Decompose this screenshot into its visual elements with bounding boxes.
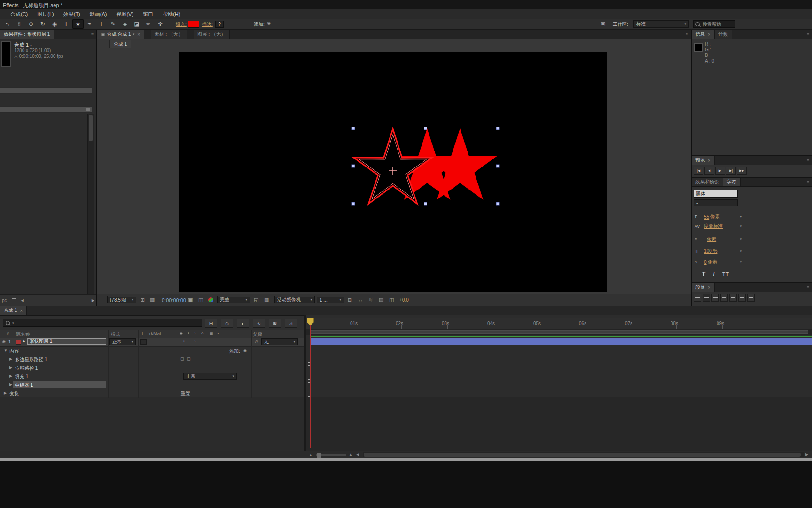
fill-color-swatch[interactable] [188, 21, 199, 28]
draft-3d-icon[interactable]: ◇ [221, 319, 233, 328]
all-caps-button[interactable]: TT [722, 271, 729, 277]
row-repeater[interactable]: ▶ 中继器 1 [0, 381, 306, 389]
clone-stamp-tool[interactable]: ◈ [119, 19, 131, 29]
horizontal-scrollbar-track[interactable] [363, 452, 804, 457]
trkmat-box[interactable] [140, 339, 147, 345]
timeline-zoom-slider[interactable] [316, 454, 346, 456]
disclosure-triangle-icon[interactable]: ▶ [4, 391, 7, 395]
panel-menu-icon[interactable]: ≡ [804, 283, 812, 292]
menu-help[interactable]: 帮助(H) [158, 11, 185, 18]
column-trkmat[interactable]: TrkMat [147, 331, 161, 336]
chevron-down-icon[interactable]: ▾ [740, 249, 742, 253]
close-icon[interactable]: × [20, 308, 23, 313]
justify-all-button[interactable] [747, 294, 755, 302]
bit-depth-label[interactable]: pc [2, 298, 7, 303]
ram-preview-button[interactable]: ▶▶ [737, 167, 747, 175]
help-search-input[interactable] [702, 21, 732, 27]
tab-preview[interactable]: 预览 × [692, 156, 715, 165]
column-parent[interactable]: 父级 [253, 331, 262, 338]
tab-timeline-comp[interactable]: 合成 1 × [0, 306, 27, 315]
comp-chip[interactable]: 合成 1 [109, 40, 131, 48]
selection-tool[interactable]: ↖ [2, 19, 13, 29]
row-fill-label[interactable]: 填充 1 [15, 373, 28, 380]
pen-tool[interactable]: ✒ [84, 19, 95, 29]
fill-blend-mode-dropdown[interactable]: 正常 ▾ [183, 373, 237, 380]
panel-menu-icon[interactable]: ≡ [804, 30, 812, 39]
chevron-down-icon[interactable]: ▾ [740, 238, 742, 241]
fast-preview-icon[interactable]: ≋ [368, 297, 373, 302]
disclosure-triangle-icon[interactable]: ▼ [4, 349, 8, 353]
mini-flowchart-icon[interactable]: ⊞ [205, 319, 217, 328]
tracking-row[interactable]: ≡ - 像素 ▾ [695, 236, 742, 243]
first-frame-button[interactable]: |◀ [694, 167, 703, 175]
scrollbar-thumb[interactable] [89, 115, 93, 141]
scroll-left-icon[interactable]: ◀ [356, 453, 359, 457]
scroll-left-icon[interactable]: ◀ [21, 299, 24, 302]
timeline-button-icon[interactable]: ▤ [379, 297, 383, 302]
pan-behind-tool[interactable]: ✛ [61, 19, 72, 29]
region-of-interest-icon[interactable]: ◱ [254, 297, 258, 302]
font-style-dropdown[interactable]: - [694, 199, 738, 206]
tab-info[interactable]: 信息 × [692, 30, 715, 39]
mask-visibility-icon[interactable]: ▦ [150, 297, 155, 302]
disclosure-triangle-icon[interactable]: ▶ [9, 374, 12, 378]
justify-last-left-button[interactable] [720, 294, 728, 302]
eye-icon[interactable]: ◉ [2, 340, 6, 344]
align-left-button[interactable] [694, 294, 701, 302]
scroll-right-icon[interactable]: ▶ [92, 299, 94, 302]
share-view-icon[interactable]: ⊞ [348, 297, 352, 302]
stroke-swatch[interactable]: ? [215, 21, 224, 28]
workspace-dropdown[interactable]: 标准 ▾ [633, 20, 689, 28]
toolbar-add-label[interactable]: 添加: [254, 21, 265, 28]
grid-guides-icon[interactable]: ⊞ [141, 297, 145, 302]
tab-composition-viewer[interactable]: ▣ 合成:合成 1 ▾ × [97, 30, 144, 39]
menu-window[interactable]: 窗口 [138, 11, 158, 18]
text-tool[interactable]: T [96, 19, 107, 29]
camera-tool[interactable]: ◉ [49, 19, 60, 29]
row-transform[interactable]: ▶ 变换 重置 [0, 389, 306, 398]
tab-audio[interactable]: 音频 [715, 30, 732, 39]
play-button[interactable]: ▶ [715, 167, 725, 175]
tracking-unit[interactable]: 像素 [707, 236, 716, 243]
align-center-button[interactable] [703, 294, 710, 302]
flowchart-icon[interactable]: ◫ [389, 297, 394, 302]
project-column-header[interactable] [0, 106, 92, 113]
panel-menu-icon[interactable]: ≡ [88, 30, 96, 39]
channels-icon[interactable] [208, 297, 213, 302]
quality-switch-icon[interactable]: \ [195, 340, 195, 343]
vertical-scale-value[interactable]: 100 % [704, 248, 717, 254]
layer-row[interactable]: ◉ 1 ★ 形状图层 1 正常 ▾ ✦ \ ◎ 无 ▾ [0, 338, 306, 347]
tab-effects-presets[interactable]: 效果和预设 [692, 178, 723, 186]
frame-blending-icon[interactable]: ∿ [253, 319, 265, 328]
exposure-value[interactable]: +0.0 [399, 297, 409, 302]
menu-layer[interactable]: 图层(L) [32, 11, 58, 18]
panel-menu-icon[interactable]: ≡ [804, 178, 812, 186]
justify-last-right-button[interactable] [738, 294, 746, 302]
font-size-value[interactable]: 55 [704, 214, 709, 220]
close-icon[interactable]: × [708, 158, 710, 163]
transform-reset-link[interactable]: 重置 [181, 390, 190, 397]
puppet-pin-tool[interactable]: ✜ [155, 19, 166, 29]
chevron-down-icon[interactable]: ▾ [133, 32, 135, 36]
menu-view[interactable]: 视图(V) [111, 11, 138, 18]
tab-footage-viewer[interactable]: 素材：（无） [151, 30, 187, 39]
toolbar-add-icon[interactable]: ◉ [267, 21, 271, 25]
layer-duration-bar[interactable] [310, 338, 812, 345]
zoom-tool[interactable]: ⊕ [25, 19, 37, 29]
star-shape-original[interactable] [353, 129, 432, 204]
add-shape-icon[interactable]: ◉ [243, 349, 247, 353]
disclosure-triangle-icon[interactable]: ▶ [9, 382, 12, 387]
panel-menu-icon[interactable]: ≡ [804, 156, 812, 165]
close-icon[interactable]: × [708, 32, 710, 37]
chevron-down-icon[interactable]: ▾ [740, 224, 742, 228]
parent-dropdown[interactable]: 无 ▾ [261, 338, 298, 345]
active-camera-dropdown[interactable]: 活动摄像机 ▾ [274, 296, 315, 303]
row-contents[interactable]: ▼ 内容 添加: ◉ [0, 347, 306, 356]
trash-icon[interactable] [12, 298, 16, 303]
path-direction-icon[interactable]: ◻ [187, 357, 190, 361]
shy-layers-icon[interactable]: ◐ [237, 319, 249, 328]
zoom-in-mountain-icon[interactable]: ▲ [349, 452, 353, 457]
roto-brush-tool[interactable]: ✏ [143, 19, 154, 29]
baseline-shift-row[interactable]: A 0 像素 ▾ [695, 259, 742, 265]
close-icon[interactable]: × [708, 285, 710, 290]
